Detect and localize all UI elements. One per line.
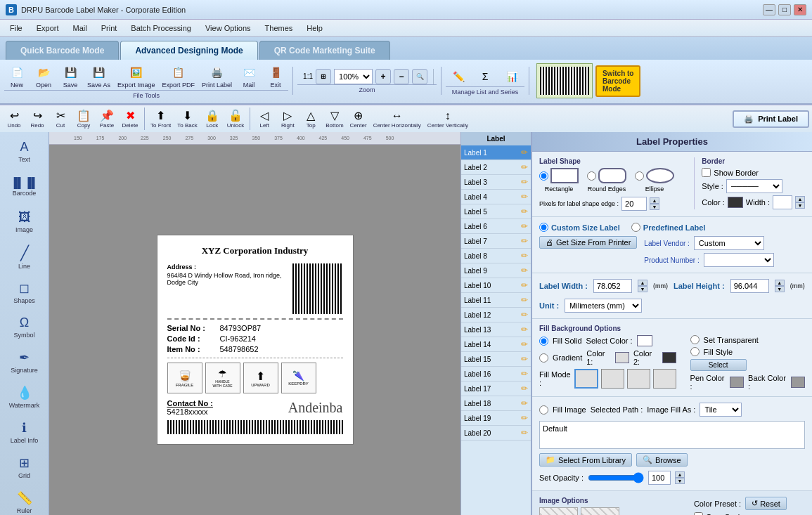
cut-btn[interactable]: ✂ Cut — [49, 107, 72, 130]
to-front-btn[interactable]: ⬆ To Front — [148, 107, 174, 130]
bw-spin-up[interactable]: ▲ — [795, 196, 805, 202]
fill-mode-4[interactable] — [653, 369, 676, 389]
label-item-20[interactable]: Label 20 ✏ — [461, 426, 531, 441]
edit-icon-20[interactable]: ✏ — [521, 428, 528, 438]
open-btn[interactable]: 📂 Open — [31, 63, 56, 90]
save-as-btn[interactable]: 💾 Save As — [84, 63, 113, 90]
shape-ellipse-option[interactable]: Ellipse — [635, 168, 674, 193]
print-label-tb-btn[interactable]: 🖨️ Print Label — [199, 63, 235, 90]
border-style-select[interactable]: ───── - - - ····· — [726, 179, 782, 193]
grayscale-check[interactable] — [694, 512, 703, 515]
edit-icon-14[interactable]: ✏ — [521, 339, 528, 349]
sidebar-label-info[interactable]: ℹ Label Info — [4, 415, 46, 449]
edit-btn[interactable]: ✏️ — [446, 67, 471, 86]
browse-btn[interactable]: 🔍 Browse — [636, 453, 688, 467]
edit-icon-1[interactable]: ✏ — [521, 148, 528, 157]
fill-color-swatch[interactable] — [637, 335, 652, 346]
menu-view[interactable]: View Options — [198, 22, 258, 34]
label-item-7[interactable]: Label 7 ✏ — [461, 234, 531, 249]
sidebar-line[interactable]: ╱ Line — [4, 240, 46, 274]
hs-up[interactable]: ▲ — [775, 280, 785, 286]
edit-icon-9[interactable]: ✏ — [521, 266, 528, 275]
paste-btn[interactable]: 📌 Paste — [96, 107, 118, 130]
sidebar-ruler[interactable]: 📏 Ruler — [4, 485, 46, 515]
sidebar-image[interactable]: 🖼 Image — [4, 205, 46, 239]
image-fill-select[interactable]: Tile Stretch Center — [700, 403, 742, 417]
custom-size-radio[interactable] — [539, 223, 548, 232]
preset-2[interactable] — [581, 507, 619, 515]
op-up[interactable]: ▲ — [675, 471, 685, 478]
label-item-6[interactable]: Label 6 ✏ — [461, 219, 531, 234]
preset-1[interactable] — [539, 507, 578, 515]
sidebar-signature[interactable]: ✒ Signature — [4, 345, 46, 379]
fill-mode-2[interactable] — [601, 369, 624, 389]
sidebar-shapes[interactable]: ◻ Shapes — [4, 275, 46, 309]
menu-batch[interactable]: Batch Processing — [124, 22, 198, 34]
label-item-5[interactable]: Label 5 ✏ — [461, 204, 531, 219]
pixels-input[interactable] — [621, 197, 647, 211]
label-item-8[interactable]: Label 8 ✏ — [461, 249, 531, 263]
edit-icon-5[interactable]: ✏ — [521, 207, 528, 216]
label-item-15[interactable]: Label 15 ✏ — [461, 352, 531, 367]
export-pdf-btn[interactable]: 📋 Export PDF — [160, 63, 198, 90]
fill-mode-1[interactable] — [574, 369, 598, 389]
manage3-btn[interactable]: 📊 — [499, 67, 524, 86]
gradient-color2-swatch[interactable] — [662, 352, 676, 363]
exit-btn[interactable]: 🚪 Exit — [263, 63, 288, 90]
menu-mail[interactable]: Mail — [66, 22, 94, 34]
edit-icon-6[interactable]: ✏ — [521, 221, 528, 231]
shape-round-option[interactable]: Round Edges — [587, 168, 626, 193]
unlock-btn[interactable]: 🔓 Unlock — [224, 107, 247, 130]
label-item-9[interactable]: Label 9 ✏ — [461, 263, 531, 278]
get-size-btn[interactable]: 🖨 Get Size From Printer — [539, 236, 637, 249]
height-spin[interactable]: ▲ ▼ — [775, 280, 785, 292]
edit-icon-4[interactable]: ✏ — [521, 192, 528, 202]
select-library-btn[interactable]: 📁 Select From Library — [539, 453, 632, 467]
hs-down[interactable]: ▼ — [775, 286, 785, 292]
menu-themes[interactable]: Themes — [258, 22, 300, 34]
back-color-swatch[interactable] — [791, 377, 805, 388]
width-spin[interactable]: ▲ ▼ — [638, 280, 647, 292]
ws-up[interactable]: ▲ — [638, 280, 647, 286]
edit-icon-18[interactable]: ✏ — [521, 398, 528, 408]
sidebar-watermark[interactable]: 💧 Watermark — [4, 380, 46, 414]
shape-rect-option[interactable]: Rectangle — [539, 168, 579, 193]
edit-icon-16[interactable]: ✏ — [521, 369, 528, 379]
pen-color-swatch[interactable] — [730, 377, 744, 388]
edit-icon-8[interactable]: ✏ — [521, 251, 528, 261]
fill-mode-3[interactable] — [627, 369, 650, 389]
sidebar-grid[interactable]: ⊞ Grid — [4, 450, 46, 484]
shape-rect-radio[interactable] — [539, 171, 548, 181]
height-mm-input[interactable] — [730, 279, 769, 293]
opacity-spin[interactable]: ▲ ▼ — [675, 471, 685, 484]
label-item-18[interactable]: Label 18 ✏ — [461, 396, 531, 411]
export-image-btn[interactable]: 🖼️ Export Image — [115, 63, 158, 90]
edit-icon-17[interactable]: ✏ — [521, 384, 528, 393]
zoom-magnify-btn[interactable]: 🔍 — [412, 69, 427, 84]
redo-btn[interactable]: ↪ Redo — [26, 107, 49, 130]
center-v-btn[interactable]: ↕ Center Vertically — [425, 108, 471, 130]
print-label-btn[interactable]: 🖨️ Print Label — [733, 110, 809, 128]
delete-btn[interactable]: ✖ Delete — [119, 107, 141, 130]
fill-select-btn[interactable]: Select — [690, 359, 747, 371]
pixels-spin-up[interactable]: ▲ — [650, 197, 659, 204]
shape-round-radio[interactable] — [587, 171, 596, 181]
zoom-in-btn[interactable]: + — [375, 69, 391, 84]
zoom-select[interactable]: 100% 75% 150% 200% — [334, 69, 373, 84]
to-back-btn[interactable]: ⬇ To Back — [174, 107, 200, 130]
edit-icon-2[interactable]: ✏ — [521, 162, 528, 172]
label-item-12[interactable]: Label 12 ✏ — [461, 308, 531, 322]
edit-icon-10[interactable]: ✏ — [521, 280, 528, 290]
edit-icon-12[interactable]: ✏ — [521, 310, 528, 320]
menu-export[interactable]: Export — [30, 22, 66, 34]
reset-btn[interactable]: ↺ Reset — [745, 497, 787, 510]
save-btn[interactable]: 💾 Save — [58, 63, 83, 90]
sidebar-barcode[interactable]: ▐▌▐▌ Barcode — [4, 170, 46, 204]
vendor-select[interactable]: Custom — [694, 236, 764, 250]
edit-icon-7[interactable]: ✏ — [521, 236, 528, 246]
tab-advanced-designing[interactable]: Advanced Designing Mode — [120, 41, 257, 60]
zoom-out-btn[interactable]: − — [394, 69, 409, 84]
transparent-radio[interactable] — [690, 335, 700, 344]
edit-icon-3[interactable]: ✏ — [521, 177, 528, 187]
label-item-1[interactable]: Label 1 ✏ — [461, 145, 531, 160]
